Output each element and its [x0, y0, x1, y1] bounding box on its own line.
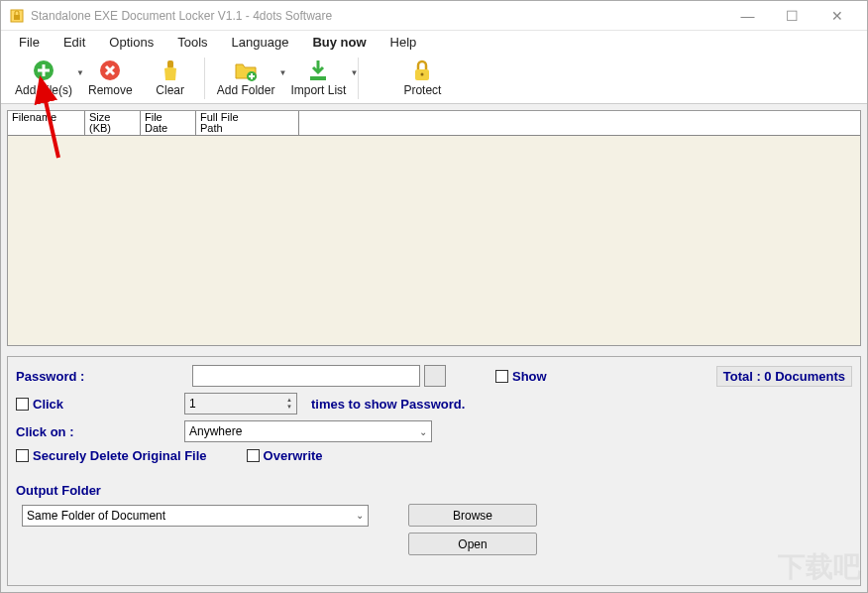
- menu-help[interactable]: Help: [380, 33, 427, 52]
- toolbar: Add File(s) ▼ Remove Clear Add Folder ▼ …: [1, 53, 867, 104]
- click-checkbox[interactable]: [16, 398, 29, 411]
- menu-options[interactable]: Options: [99, 33, 163, 52]
- password-reveal-button[interactable]: [424, 365, 446, 387]
- add-files-label: Add File(s): [15, 83, 72, 97]
- click-times-input[interactable]: 1 ▲▼: [184, 393, 297, 415]
- spin-down-icon[interactable]: ▼: [286, 404, 292, 411]
- col-filedate[interactable]: File Date: [141, 111, 196, 135]
- overwrite-label: Overwrite: [264, 448, 323, 463]
- clear-button[interactable]: Clear: [141, 57, 200, 99]
- svg-rect-1: [14, 15, 20, 20]
- overwrite-checkbox[interactable]: [247, 449, 260, 462]
- maximize-button[interactable]: ☐: [770, 2, 814, 30]
- total-documents: Total : 0 Documents: [716, 366, 852, 387]
- open-button[interactable]: Open: [408, 533, 537, 555]
- chevron-down-icon: ⌄: [356, 510, 364, 521]
- col-fullpath[interactable]: Full File Path: [196, 111, 299, 135]
- app-icon: [9, 8, 25, 24]
- import-icon: [306, 59, 330, 82]
- settings-panel: Password : Show Total : 0 Documents Clic…: [7, 356, 861, 586]
- remove-label: Remove: [88, 83, 133, 97]
- toolbar-separator: [358, 58, 359, 99]
- secure-delete-label: Securely Delete Original File: [33, 448, 207, 463]
- minimize-button[interactable]: —: [725, 2, 770, 30]
- add-files-button[interactable]: Add File(s) ▼: [7, 57, 80, 99]
- menu-tools[interactable]: Tools: [167, 33, 217, 52]
- output-folder-dropdown[interactable]: Same Folder of Document ⌄: [22, 505, 369, 527]
- clear-icon: [159, 59, 182, 82]
- add-icon: [32, 59, 55, 82]
- import-list-button[interactable]: Import List ▼: [282, 57, 354, 99]
- protect-label: Protect: [403, 83, 441, 97]
- protect-button[interactable]: Protect: [392, 57, 452, 99]
- svg-point-8: [421, 73, 424, 76]
- titlebar: Standalone EXE Document Locker V1.1 - 4d…: [1, 1, 867, 31]
- menu-file[interactable]: File: [9, 33, 50, 52]
- output-folder-label: Output Folder: [16, 483, 101, 498]
- secure-delete-checkbox[interactable]: [16, 449, 29, 462]
- menubar: File Edit Options Tools Language Buy now…: [1, 31, 867, 53]
- click-on-dropdown[interactable]: Anywhere ⌄: [184, 420, 432, 442]
- file-list[interactable]: Filename Size (KB) File Date Full File P…: [7, 110, 861, 346]
- svg-rect-4: [167, 60, 173, 68]
- click-on-label: Click on :: [16, 424, 184, 439]
- window-title: Standalone EXE Document Locker V1.1 - 4d…: [31, 9, 725, 23]
- close-button[interactable]: ✕: [814, 2, 859, 30]
- browse-button[interactable]: Browse: [408, 504, 537, 527]
- col-filename[interactable]: Filename: [8, 111, 85, 135]
- password-input[interactable]: [192, 365, 420, 387]
- list-header: Filename Size (KB) File Date Full File P…: [8, 111, 860, 136]
- click-label: Click: [33, 397, 63, 412]
- password-label: Password :: [16, 369, 184, 384]
- chevron-down-icon: ⌄: [419, 426, 427, 437]
- times-text: times to show Password.: [311, 397, 465, 412]
- toolbar-separator: [204, 58, 205, 99]
- add-folder-label: Add Folder: [217, 83, 275, 97]
- dropdown-arrow-icon[interactable]: ▼: [351, 68, 359, 77]
- add-folder-button[interactable]: Add Folder ▼: [209, 57, 283, 99]
- remove-icon: [98, 59, 122, 82]
- show-checkbox[interactable]: [495, 370, 508, 383]
- remove-button[interactable]: Remove: [80, 57, 141, 99]
- clear-label: Clear: [156, 83, 184, 97]
- watermark: 下载吧: [778, 548, 861, 586]
- show-label: Show: [512, 369, 547, 384]
- svg-rect-6: [310, 76, 326, 80]
- lock-icon: [410, 59, 434, 82]
- import-list-label: Import List: [290, 83, 346, 97]
- col-size[interactable]: Size (KB): [85, 111, 141, 135]
- menu-edit[interactable]: Edit: [54, 33, 95, 52]
- menu-buynow[interactable]: Buy now: [302, 33, 376, 52]
- menu-language[interactable]: Language: [222, 33, 299, 52]
- spin-up-icon[interactable]: ▲: [286, 397, 292, 404]
- folder-add-icon: [234, 59, 258, 82]
